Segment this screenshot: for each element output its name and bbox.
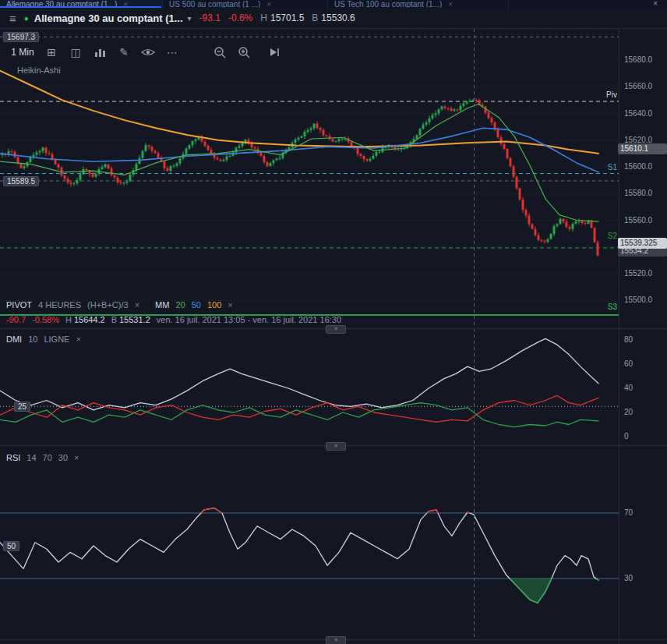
indicator-grid-icon[interactable]: ⊞ <box>43 44 60 61</box>
low-value: 15530.6 <box>321 12 355 23</box>
price-axis-tick: 15640.0 <box>624 109 652 119</box>
rsi-axis-tick: 70 <box>624 508 633 518</box>
tabbar-close-icon[interactable]: × <box>653 0 658 8</box>
pivot-level-label: S3 <box>597 303 617 312</box>
header: ≡ ● Allemagne 30 au comptant (1... ▾ -93… <box>0 8 667 29</box>
pivot-change-percent: -0.58% <box>32 315 59 324</box>
rsi-close-icon[interactable]: × <box>74 453 79 462</box>
step-forward-icon[interactable] <box>266 44 283 61</box>
dmi-indicator-param: 10 <box>28 334 37 344</box>
more-icon[interactable]: ⋯ <box>164 44 181 61</box>
dmi-indicator-row: DMI 10 LIGNE × <box>6 334 87 344</box>
pivot-level-label: S1 <box>597 163 617 172</box>
pane-resize-handle[interactable]: ≡ <box>326 636 346 644</box>
pivot-date-range: ven. 16 juil. 2021 13:05 - ven. 16 juil.… <box>157 315 341 324</box>
pivot-level-label: Piv <box>597 90 617 100</box>
price-badge: 15539.325 <box>618 238 667 249</box>
tab-us-500[interactable]: US 500 au comptant (1 ...) × <box>163 0 328 8</box>
tab-close-icon[interactable]: × <box>266 0 271 8</box>
pivot-indicator-param: 4 HEURES <box>38 300 81 310</box>
dmi-axis-tick: 20 <box>624 408 633 417</box>
pivot-low-label: B <box>111 315 117 324</box>
rsi-axis-tick: 30 <box>624 574 633 583</box>
price-axis-tick: 15500.0 <box>624 295 652 305</box>
bar-chart-icon <box>94 46 106 58</box>
mm-param-100: 100 <box>207 300 221 310</box>
tab-close-icon[interactable]: × <box>448 0 453 8</box>
zoom-out-icon[interactable] <box>211 44 228 61</box>
dmi-close-icon[interactable]: × <box>76 334 80 344</box>
zoom-in-icon[interactable] <box>235 44 252 61</box>
zoom-out-glyph-icon <box>214 46 227 59</box>
tab-label: US Tech 100 au comptant (1...) <box>334 0 442 8</box>
dmi-indicator-type: LIGNE <box>44 334 69 344</box>
pivot-indicator-formula: (H+B+C)/3 <box>87 300 129 310</box>
zoom-in-glyph-icon <box>238 46 251 59</box>
pivot-close-icon[interactable]: × <box>135 300 139 310</box>
rsi-indicator-name[interactable]: RSI <box>6 453 20 462</box>
rsi-indicator-period: 14 <box>26 453 36 462</box>
pivot-high-label: H <box>65 315 72 324</box>
draw-icon[interactable]: ✎ <box>115 44 132 61</box>
chart-type-icon[interactable] <box>91 44 108 61</box>
price-axis-tick: 15660.0 <box>624 82 652 91</box>
rsi-indicator-upper: 70 <box>43 453 52 462</box>
pivot-status-row: -90.7 -0.58% H 15644.2 B 15531.2 ven. 16… <box>6 315 348 324</box>
rsi-indicator-lower: 30 <box>58 453 68 462</box>
pivot-low-value: 15531.2 <box>119 315 150 324</box>
eye-glyph-icon <box>141 47 155 58</box>
chart-style-label: Heikin-Ashi <box>17 65 61 75</box>
mm-indicator-name[interactable]: MM <box>155 300 169 310</box>
timeframe-button[interactable]: 1 Min <box>9 44 36 61</box>
trading-app: Allemagne 30 au comptant (1...) × US 500… <box>0 0 667 644</box>
play-to-bar-icon <box>268 47 281 58</box>
dmi-axis-tick: 0 <box>624 432 629 441</box>
mm-param-50: 50 <box>192 300 201 310</box>
dmi-axis-tick: 80 <box>624 335 633 345</box>
line-price-label[interactable]: 50 <box>3 541 19 551</box>
pivot-high-value: 15644.2 <box>74 315 105 324</box>
dmi-axis-tick: 40 <box>624 384 633 393</box>
high-label: H <box>260 12 267 23</box>
low-label: B <box>312 12 318 23</box>
price-axis-tick: 15560.0 <box>624 216 652 225</box>
mm-close-icon[interactable]: × <box>228 300 232 310</box>
price-axis-tick: 15600.0 <box>624 162 652 172</box>
pivot-level-label: S2 <box>597 232 617 241</box>
price-axis-tick: 15520.0 <box>624 269 652 278</box>
pivot-change: -90.7 <box>6 315 26 324</box>
market-open-dot-icon: ● <box>24 14 29 23</box>
price-badge: 15610.1 <box>618 143 667 154</box>
dmi-axis-tick: 60 <box>624 359 633 369</box>
pane-resize-handle[interactable]: ≡ <box>326 325 346 334</box>
tab-bar: Allemagne 30 au comptant (1...) × US 500… <box>0 0 667 8</box>
price-axis-tick: 15680.0 <box>624 55 652 65</box>
chevron-down-icon[interactable]: ▾ <box>188 14 192 23</box>
line-price-label[interactable]: 15589.5 <box>3 176 39 186</box>
menu-icon[interactable]: ≡ <box>9 12 16 25</box>
price-axis[interactable]: 15680.015660.015640.015620.015600.015580… <box>619 28 667 644</box>
line-price-label[interactable]: 15697.3 <box>3 32 39 42</box>
layout-icon[interactable]: ◫ <box>67 44 84 61</box>
chart-toolbar: 1 Min ⊞ ◫ ✎ ⋯ <box>9 44 290 61</box>
pivot-mm-indicator-row: PIVOT 4 HEURES (H+B+C)/3 × MM 20 50 100 … <box>6 300 239 310</box>
instrument-title[interactable]: Allemagne 30 au comptant (1... <box>34 12 183 24</box>
pane-resize-handle[interactable]: ≡ <box>326 442 346 451</box>
dmi-indicator-name[interactable]: DMI <box>6 334 22 344</box>
tab-us-tech-100[interactable]: US Tech 100 au comptant (1...) × <box>328 0 509 8</box>
eye-icon[interactable] <box>139 44 157 61</box>
mm-param-20: 20 <box>175 300 185 310</box>
change-percent: -0.6% <box>228 12 252 23</box>
line-price-label[interactable]: 25 <box>14 402 30 412</box>
high-value: 15701.5 <box>270 12 304 23</box>
price-axis-tick: 15580.0 <box>624 189 652 198</box>
tab-label: US 500 au comptant (1 ...) <box>169 0 260 8</box>
change-value: -93.1 <box>199 12 221 23</box>
pivot-indicator-name[interactable]: PIVOT <box>6 300 32 310</box>
rsi-indicator-row: RSI 14 70 30 × <box>6 453 86 462</box>
